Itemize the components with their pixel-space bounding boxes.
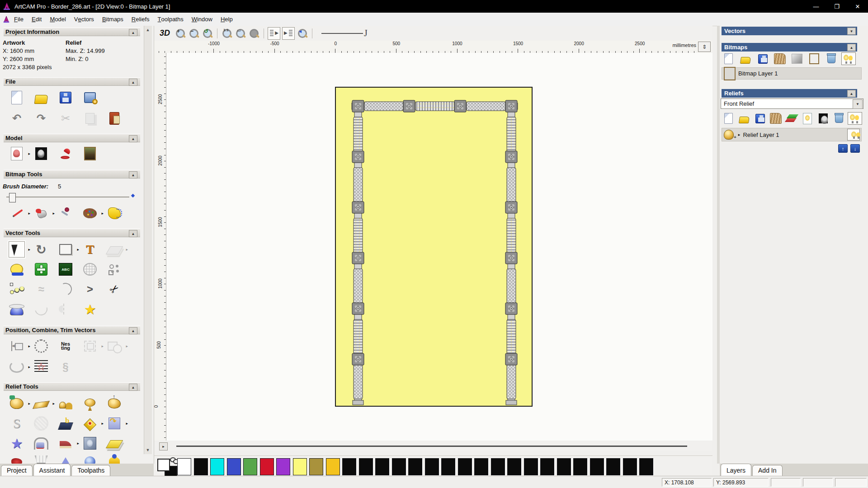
- flyout-icon[interactable]: ▸: [126, 344, 128, 348]
- scrollbar-thumb[interactable]: [176, 446, 687, 447]
- border-ornament-vector[interactable]: [336, 88, 532, 406]
- collapse-icon[interactable]: ▲: [129, 384, 137, 391]
- dropdown-arrow-icon[interactable]: ▼: [853, 99, 863, 109]
- colour-picker-icon[interactable]: [58, 206, 73, 221]
- menu-toolpaths[interactable]: Toolpaths: [154, 13, 188, 26]
- zoom-previous-icon[interactable]: ↺: [202, 28, 213, 39]
- menu-window[interactable]: Window: [188, 13, 217, 26]
- delete-bitmap-layer-icon[interactable]: [825, 53, 838, 65]
- tab-project[interactable]: Project: [1, 465, 33, 476]
- relief-texture-icon[interactable]: [769, 113, 783, 124]
- bitmap-texture-icon[interactable]: [773, 53, 787, 65]
- options-icon[interactable]: [82, 90, 98, 105]
- flyout-icon[interactable]: ▸: [28, 365, 30, 369]
- bitmap-layer-name[interactable]: Bitmap Layer 1: [738, 70, 778, 77]
- canvas-viewport[interactable]: [166, 53, 712, 441]
- flyout-icon[interactable]: ▸: [126, 421, 128, 426]
- bitmap-tools-header[interactable]: Bitmap Tools ▲: [4, 170, 140, 178]
- toggle-vector-view-icon[interactable]: [282, 27, 295, 40]
- palette-swatch[interactable]: [425, 458, 439, 475]
- new-model-icon[interactable]: [9, 90, 24, 105]
- delete-relief-layer-icon[interactable]: [832, 113, 846, 124]
- collapse-icon[interactable]: ▲: [129, 327, 137, 334]
- flyout-icon[interactable]: ▸: [28, 401, 30, 406]
- relief-layer-name[interactable]: Relief Layer 1: [743, 131, 779, 138]
- open-bitmap-layer-icon[interactable]: [739, 53, 752, 65]
- new-relief-layer-icon[interactable]: [722, 113, 735, 124]
- polyline-chevron-icon[interactable]: >: [82, 282, 98, 297]
- tab-toolpaths[interactable]: Toolpaths: [71, 465, 110, 476]
- palette-swatch[interactable]: [276, 458, 290, 475]
- minimize-button[interactable]: —: [806, 0, 826, 13]
- project-information-header[interactable]: Project Information ▲: [4, 28, 140, 36]
- palette-swatch[interactable]: [392, 458, 406, 475]
- paste-icon[interactable]: [107, 111, 122, 126]
- zoom-fit-icon[interactable]: ▭: [235, 28, 246, 39]
- sculpt-relief-icon[interactable]: ▸: [9, 396, 24, 411]
- zoom-in-icon[interactable]: +: [175, 28, 186, 39]
- scroll-up-icon[interactable]: ▲: [144, 26, 151, 33]
- bitmap-gradient-icon[interactable]: [790, 53, 804, 65]
- flyout-icon[interactable]: ▸: [77, 441, 79, 446]
- greyscale-model-icon[interactable]: [33, 146, 49, 161]
- set-model-size-icon[interactable]: ▸: [9, 146, 24, 161]
- flyout-icon[interactable]: ▸: [101, 211, 104, 216]
- paste-relief-icon[interactable]: ▸: [107, 416, 122, 431]
- palette-swatch[interactable]: [573, 458, 587, 475]
- palette-swatch[interactable]: [408, 458, 422, 475]
- left-panel-scrollbar[interactable]: ▲ ▼: [144, 26, 152, 454]
- flyout-icon[interactable]: ▸: [52, 211, 55, 216]
- flyout-icon[interactable]: ▸: [28, 344, 30, 348]
- units-toggle-button[interactable]: ⇕: [698, 42, 711, 52]
- palette-swatch[interactable]: [441, 458, 455, 475]
- zoom-out-icon[interactable]: −: [188, 28, 200, 39]
- create-arc-icon[interactable]: [58, 282, 73, 297]
- relief-tools-header[interactable]: Relief Tools ▲: [4, 382, 140, 391]
- relief-visibility-page-icon[interactable]: [801, 113, 814, 124]
- brush-slider-track[interactable]: [6, 197, 129, 197]
- palette-swatch[interactable]: [590, 458, 604, 475]
- preview-relief-icon[interactable]: ◂: [297, 28, 308, 39]
- flyout-icon[interactable]: ▸: [28, 211, 30, 216]
- relief-select-dropdown[interactable]: Front Relief ▼: [721, 99, 863, 109]
- undo-icon[interactable]: ↶: [9, 111, 24, 126]
- create-polyline-icon[interactable]: [9, 282, 24, 297]
- paste-text-icon[interactable]: ABC: [58, 262, 73, 277]
- save-bitmap-layer-icon[interactable]: [756, 53, 769, 65]
- bitmap-image-icon[interactable]: [807, 53, 821, 65]
- flyout-icon[interactable]: ▸: [126, 247, 128, 252]
- extrude-relief-icon[interactable]: [58, 454, 73, 464]
- position-combine-trim-header[interactable]: Position, Combine, Trim Vectors ▲: [4, 326, 140, 334]
- 3d-view-button[interactable]: 3D: [160, 28, 170, 38]
- turn-relief-icon[interactable]: [82, 454, 98, 464]
- new-bitmap-layer-icon[interactable]: [722, 53, 735, 65]
- palette-swatch[interactable]: [540, 458, 554, 475]
- palette-swatch[interactable]: [375, 458, 389, 475]
- copy-relief-icon[interactable]: [107, 396, 122, 411]
- expand-layer-icon[interactable]: ▸: [738, 132, 741, 137]
- scroll-down-icon[interactable]: ▼: [144, 446, 151, 454]
- collapse-icon[interactable]: ▲: [129, 135, 137, 142]
- relief-layers-icon[interactable]: [107, 436, 122, 451]
- tab-add-in[interactable]: Add In: [752, 465, 782, 476]
- offset-relief-icon[interactable]: ▸: [82, 416, 98, 431]
- palette-swatch[interactable]: [606, 458, 620, 475]
- lighting-icon[interactable]: [58, 146, 73, 161]
- open-model-icon[interactable]: [33, 90, 49, 105]
- palette-swatch[interactable]: [474, 458, 488, 475]
- load-image-icon[interactable]: [82, 146, 98, 161]
- horizontal-scrollbar[interactable]: ▸: [154, 442, 712, 451]
- menu-file[interactable]: File: [10, 13, 28, 26]
- flyout-icon[interactable]: ▸: [28, 151, 30, 156]
- snap-points-icon[interactable]: [107, 262, 122, 277]
- move-layer-up-icon[interactable]: ↑: [838, 144, 848, 153]
- primary-secondary-colour-indicator[interactable]: [157, 459, 177, 476]
- palette-swatch[interactable]: [210, 458, 224, 475]
- redo-icon[interactable]: ↷: [33, 111, 49, 126]
- palette-swatch[interactable]: [293, 458, 307, 475]
- menu-help[interactable]: Help: [217, 13, 237, 26]
- palette-swatch[interactable]: [458, 458, 472, 475]
- link-colours-icon[interactable]: [170, 457, 176, 462]
- create-star-icon[interactable]: ★: [82, 301, 98, 317]
- collapse-icon[interactable]: ▲: [847, 90, 856, 97]
